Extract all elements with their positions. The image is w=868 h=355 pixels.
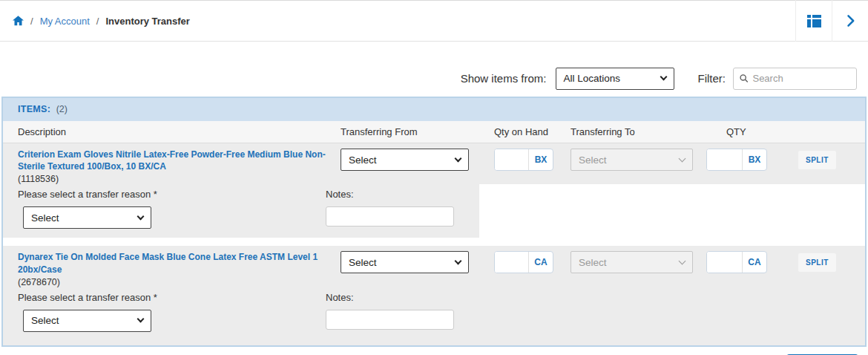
qty-group: CA xyxy=(706,251,767,273)
table-row: Criterion Exam Gloves Nitrile Latex-Free… xyxy=(3,143,865,184)
unit-label: BX xyxy=(742,149,766,170)
chevron-right-icon xyxy=(843,13,858,28)
table-row: Dynarex Tie On Molded Face Mask Blue Con… xyxy=(3,246,865,287)
transfer-reason-label: Please select a transfer reason * xyxy=(18,292,326,303)
breadcrumb: / My Account / Inventory Transfer xyxy=(13,16,190,27)
chevron-down-icon xyxy=(679,154,686,162)
header-qty-on-hand: Qty on Hand xyxy=(494,126,571,137)
table-header-row: Description Transferring From Qty on Han… xyxy=(3,121,865,143)
product-link[interactable]: Criterion Exam Gloves Nitrile Latex-Free… xyxy=(18,149,341,172)
breadcrumb-separator: / xyxy=(96,16,99,27)
row-divider xyxy=(3,238,865,246)
header-description: Description xyxy=(18,126,341,137)
notes-label: Notes: xyxy=(326,189,479,200)
show-items-label: Show items from: xyxy=(461,72,547,85)
notes-input[interactable] xyxy=(326,310,454,330)
header-qty: QTY xyxy=(706,126,798,137)
table-row-details: Please select a transfer reason * Select… xyxy=(3,287,865,345)
transfer-reason-select[interactable]: Select xyxy=(23,310,151,332)
notes-label: Notes: xyxy=(326,292,479,303)
layout-grid-icon xyxy=(807,15,821,27)
top-bar: / My Account / Inventory Transfer xyxy=(0,0,868,42)
split-button[interactable]: SPLIT xyxy=(798,151,836,169)
qty-group: BX xyxy=(706,149,767,171)
qty-on-hand-group: CA xyxy=(494,251,553,273)
qty-input[interactable] xyxy=(707,252,742,273)
home-icon[interactable] xyxy=(13,16,24,26)
product-link[interactable]: Dynarex Tie On Molded Face Mask Blue Con… xyxy=(18,251,341,275)
breadcrumb-current-page: Inventory Transfer xyxy=(105,16,189,27)
unit-label: CA xyxy=(742,252,766,273)
qty-on-hand-group: BX xyxy=(494,149,553,171)
transferring-to-value: Select xyxy=(579,154,607,166)
breadcrumb-separator: / xyxy=(30,16,33,27)
chevron-down-icon xyxy=(455,154,462,162)
items-count-banner: ITEMS: (2) xyxy=(3,98,865,121)
topbar-actions xyxy=(795,0,868,42)
filter-label: Filter: xyxy=(698,72,726,85)
transfer-reason-value: Select xyxy=(31,315,59,326)
transfer-reason-select[interactable]: Select xyxy=(23,206,151,229)
transfer-reason-label: Please select a transfer reason * xyxy=(18,189,326,200)
filter-row: Show items from: All Locations Filter: xyxy=(0,67,857,90)
qty-input[interactable] xyxy=(707,149,742,170)
items-panel: ITEMS: (2) Description Transferring From… xyxy=(1,97,867,347)
layout-toggle-button[interactable] xyxy=(795,0,832,42)
item-number: (2678670) xyxy=(18,277,341,287)
split-button[interactable]: SPLIT xyxy=(798,253,836,272)
chevron-down-icon xyxy=(679,257,686,264)
transferring-to-value: Select xyxy=(579,257,607,268)
chevron-down-icon xyxy=(455,257,462,264)
search-input[interactable] xyxy=(752,73,850,84)
table-row-details: Please select a transfer reason * Select… xyxy=(3,184,865,238)
transferring-from-select[interactable]: Select xyxy=(341,149,469,171)
unit-label: BX xyxy=(528,149,553,170)
chevron-down-icon xyxy=(137,316,145,323)
items-label: ITEMS: xyxy=(18,104,50,114)
qty-on-hand-input[interactable] xyxy=(495,149,528,170)
qty-on-hand-input[interactable] xyxy=(495,252,528,273)
notes-input[interactable] xyxy=(326,206,454,227)
transferring-to-select[interactable]: Select xyxy=(571,149,693,171)
search-box xyxy=(733,68,857,90)
collapse-panel-button[interactable] xyxy=(832,0,868,42)
breadcrumb-my-account[interactable]: My Account xyxy=(40,16,90,27)
header-transferring-from: Transferring From xyxy=(341,126,494,137)
chevron-down-icon xyxy=(137,212,145,220)
location-select[interactable]: All Locations xyxy=(556,68,674,90)
transferring-to-select[interactable]: Select xyxy=(571,251,693,273)
transfer-reason-value: Select xyxy=(31,212,59,224)
items-count: (2) xyxy=(56,104,68,114)
unit-label: CA xyxy=(528,252,553,273)
item-number: (1118536) xyxy=(18,174,341,184)
transferring-from-select[interactable]: Select xyxy=(341,251,469,273)
transferring-from-value: Select xyxy=(349,257,377,268)
header-transferring-to: Transferring To xyxy=(571,126,706,137)
search-icon xyxy=(740,74,748,83)
chevron-down-icon xyxy=(660,74,667,81)
location-select-value: All Locations xyxy=(564,73,621,84)
transferring-from-value: Select xyxy=(349,154,377,166)
